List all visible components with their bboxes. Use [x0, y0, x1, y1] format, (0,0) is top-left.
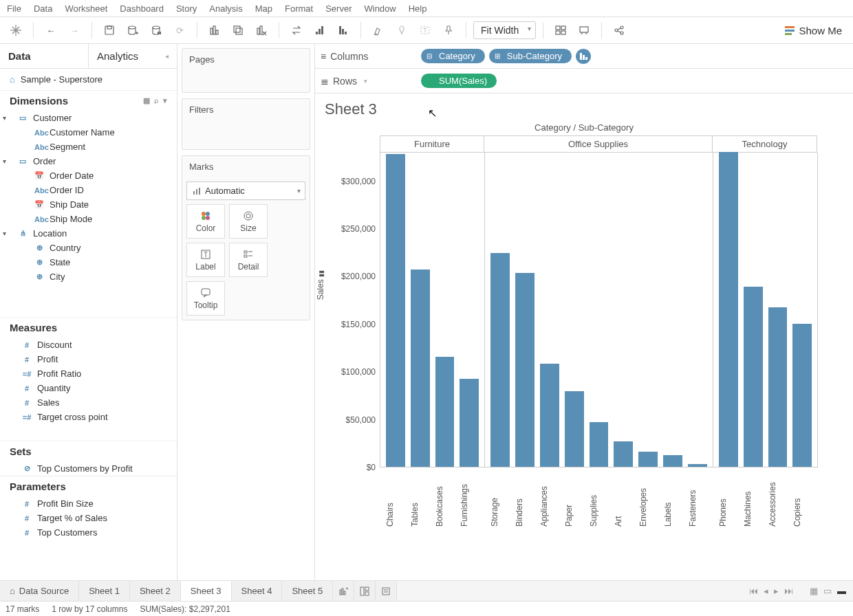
dim-order-folder[interactable]: ▾▭Order	[0, 154, 177, 168]
clear-icon[interactable]	[251, 20, 272, 41]
pages-card[interactable]: Pages	[182, 48, 310, 93]
new-sheet-button[interactable]	[333, 581, 354, 601]
x-label[interactable]: Labels	[663, 468, 682, 529]
refresh-icon[interactable]: ⟳	[169, 20, 190, 41]
menu-window[interactable]: Window	[364, 3, 396, 14]
menu-dashboard[interactable]: Dashboard	[120, 3, 164, 14]
bar[interactable]	[386, 154, 405, 467]
dim-country[interactable]: ⊕Country	[0, 241, 177, 255]
forward-icon[interactable]: →	[64, 20, 85, 41]
menu-format[interactable]: Format	[285, 3, 313, 14]
save-icon[interactable]	[99, 20, 120, 41]
pause-updates-icon[interactable]	[146, 20, 166, 41]
mea-discount[interactable]: #Discount	[0, 338, 177, 352]
sort-indicator-icon[interactable]	[576, 49, 591, 64]
menu-data[interactable]: Data	[34, 3, 52, 14]
fit-dropdown[interactable]: Fit Width	[473, 21, 536, 39]
new-worksheet-icon[interactable]	[204, 20, 225, 41]
presentation-icon[interactable]	[574, 20, 594, 41]
mea-target-cross[interactable]: =#Target cross point	[0, 410, 177, 424]
dim-ship-mode[interactable]: AbcShip Mode	[0, 212, 177, 226]
x-label[interactable]: Art	[614, 468, 633, 529]
param-top-customers[interactable]: #Top Customers	[0, 525, 177, 540]
bar[interactable]	[768, 307, 788, 467]
mea-quantity[interactable]: #Quantity	[0, 381, 177, 395]
view-icon[interactable]: ▦	[143, 96, 150, 105]
filters-card[interactable]: Filters	[182, 98, 310, 150]
x-label[interactable]: Paper	[564, 468, 583, 529]
dim-order-id[interactable]: AbcOrder ID	[0, 183, 177, 197]
bar[interactable]	[565, 391, 584, 467]
mea-sales[interactable]: #Sales	[0, 395, 177, 410]
tab-sheet3[interactable]: Sheet 3	[181, 581, 232, 601]
bar[interactable]	[719, 152, 738, 467]
label-toggle-icon[interactable]: T	[415, 20, 435, 41]
mea-profit-ratio[interactable]: =#Profit Ratio	[0, 366, 177, 381]
sheet-title[interactable]: Sheet 3	[325, 100, 843, 118]
bar[interactable]	[411, 270, 430, 467]
view-tabs-icon[interactable]: ▦	[810, 586, 818, 596]
x-label[interactable]: Accessories	[768, 468, 787, 529]
view-slides-icon[interactable]: ▬	[837, 586, 846, 596]
mea-profit[interactable]: #Profit	[0, 352, 177, 366]
menu-file[interactable]: File	[7, 3, 21, 14]
sort-desc-icon[interactable]	[333, 20, 354, 41]
dim-customer-folder[interactable]: ▾▭Customer	[0, 111, 177, 125]
pin-icon[interactable]	[438, 20, 459, 41]
mark-detail[interactable]: Detail	[229, 243, 268, 277]
dim-city[interactable]: ⊕City	[0, 270, 177, 284]
mark-label[interactable]: TLabel	[186, 243, 225, 277]
back-icon[interactable]: ←	[41, 20, 61, 41]
tab-sheet4[interactable]: Sheet 4	[232, 581, 283, 601]
menu-worksheet[interactable]: Worksheet	[65, 3, 107, 14]
category-header[interactable]: Furniture	[380, 135, 484, 153]
logo-icon[interactable]	[6, 20, 26, 41]
dim-ship-date[interactable]: 📅Ship Date	[0, 197, 177, 212]
mark-size[interactable]: Size	[229, 204, 268, 239]
columns-shelf[interactable]: ≡Columns ⊟Category ⊞Sub-Category	[315, 44, 853, 69]
tab-sheet2[interactable]: Sheet 2	[130, 581, 181, 601]
x-label[interactable]: Binders	[515, 468, 534, 529]
tab-data[interactable]: Data	[0, 44, 88, 68]
category-header[interactable]: Technology	[713, 135, 817, 153]
show-cards-icon[interactable]	[550, 20, 571, 41]
pill-subcategory[interactable]: ⊞Sub-Category	[489, 49, 572, 63]
nav-next-icon[interactable]: ▸	[774, 586, 779, 596]
x-label[interactable]: Fasteners	[688, 468, 707, 529]
sort-asc-icon[interactable]	[310, 20, 330, 41]
bar[interactable]	[515, 273, 535, 467]
pill-category[interactable]: ⊟Category	[421, 49, 485, 63]
bar[interactable]	[663, 455, 682, 467]
mark-color[interactable]: Color	[186, 204, 225, 239]
mark-tooltip[interactable]: Tooltip	[186, 281, 225, 316]
bar[interactable]	[614, 441, 633, 467]
mark-type-dropdown[interactable]: Automatic	[186, 182, 305, 200]
new-datasource-icon[interactable]	[122, 20, 143, 41]
menu-server[interactable]: Server	[325, 3, 352, 14]
dim-customer-name[interactable]: AbcCustomer Name	[0, 125, 177, 140]
bar[interactable]	[744, 287, 763, 467]
bar[interactable]	[490, 253, 510, 467]
x-label[interactable]: Chairs	[385, 468, 404, 529]
x-label[interactable]: Envelopes	[638, 468, 658, 529]
x-label[interactable]: Storage	[490, 468, 509, 529]
menu-story[interactable]: Story	[176, 3, 197, 14]
search-icon[interactable]: ⌕	[154, 96, 159, 105]
view-filmstrip-icon[interactable]: ▭	[823, 586, 832, 596]
dim-state[interactable]: ⊕State	[0, 255, 177, 270]
share-icon[interactable]	[609, 20, 629, 41]
set-top-customers[interactable]: ⊘Top Customers by Profit	[0, 461, 177, 476]
tab-sheet5[interactable]: Sheet 5	[282, 581, 333, 601]
dim-segment[interactable]: AbcSegment	[0, 140, 177, 154]
menu-caret-icon[interactable]: ▾	[163, 96, 167, 105]
x-label[interactable]: Tables	[410, 468, 429, 529]
bar[interactable]	[638, 452, 658, 467]
datasource-row[interactable]: ⌂ Sample - Superstore	[0, 69, 177, 90]
nav-last-icon[interactable]: ⏭	[784, 586, 793, 596]
bar[interactable]	[792, 324, 812, 467]
x-label[interactable]: Copiers	[792, 468, 812, 529]
bar[interactable]	[688, 464, 707, 467]
param-target-pct[interactable]: #Target % of Sales	[0, 511, 177, 525]
highlight-icon[interactable]	[368, 20, 389, 41]
nav-first-icon[interactable]: ⏮	[749, 586, 758, 596]
